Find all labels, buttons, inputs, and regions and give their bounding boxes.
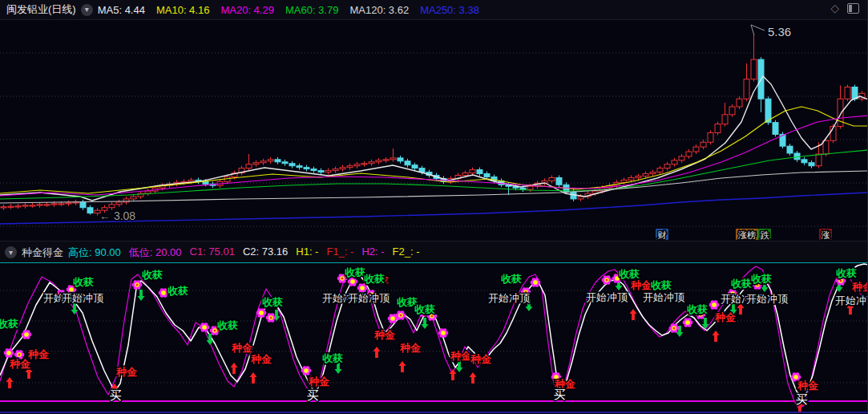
svg-text:开始冲顶: 开始冲顶	[835, 294, 868, 306]
ma-item-ma20: MA20: 4.29	[220, 4, 274, 16]
flower-icon	[683, 318, 693, 327]
svg-text:开始冲顶: 开始冲顶	[348, 292, 390, 304]
indicator-chart[interactable]: 种金种金种金种金种金种金种金种金种金种金种金种金种金种金种金种金收获收获收获收获…	[0, 263, 868, 414]
svg-text:财: 财	[658, 230, 667, 240]
stock-app-window: { "header": { "title": "闽发铝业(日线)", "drop…	[0, 0, 868, 414]
param-c1: C1: 75.01	[190, 246, 235, 260]
svg-text:开始冲顶: 开始冲顶	[62, 292, 104, 304]
param-低位: 低位: 20.00	[129, 246, 182, 260]
svg-text:跌: 跌	[761, 230, 770, 240]
buy-arrow-icon	[450, 369, 457, 380]
indicator-header: ▾ 种金得金 高位: 90.00低位: 20.00C1: 75.01C2: 73…	[0, 241, 867, 263]
chevron-down-icon[interactable]: ▾	[81, 4, 93, 16]
svg-text:种金: 种金	[27, 348, 50, 360]
flower-icon	[669, 323, 680, 333]
svg-text:种金: 种金	[630, 279, 652, 291]
svg-text:收获: 收获	[414, 303, 435, 315]
svg-text:种金: 种金	[373, 329, 396, 341]
ma-line-ma5	[0, 76, 868, 201]
svg-text:种金: 种金	[115, 366, 138, 378]
svg-text:收获: 收获	[73, 276, 94, 288]
indicator-chevron-icon[interactable]: ▾	[5, 246, 17, 258]
header-bar: 闽发铝业(日线) ▾ MA5: 4.44MA10: 4.16MA20: 4.29…	[0, 0, 867, 20]
svg-text:种金: 种金	[797, 380, 819, 392]
param-f1_: F1_: -	[326, 246, 353, 260]
svg-text:种金: 种金	[399, 342, 422, 354]
buy-arrow-icon	[713, 331, 720, 342]
sell-arrow-icon	[456, 361, 463, 372]
svg-text:收获: 收获	[217, 319, 238, 331]
main-price-chart[interactable]: 5.36← 3.08财涨榜跌涨	[0, 19, 868, 241]
svg-text:收获: 收获	[364, 273, 385, 285]
svg-text:种金: 种金	[250, 353, 273, 365]
header-icons: ◇	[830, 2, 859, 14]
svg-text:5.36: 5.36	[768, 25, 791, 39]
buy-arrow-icon	[250, 372, 257, 384]
svg-text:买: 买	[554, 388, 566, 401]
stock-title[interactable]: 闽发铝业(日线)	[6, 2, 76, 17]
flower-icon	[709, 300, 720, 310]
buy-arrow-icon	[399, 361, 406, 372]
candles-layer	[1, 35, 865, 216]
param-f2_: F2_: -	[393, 246, 420, 260]
svg-text:种金: 种金	[231, 342, 253, 354]
ma-item-ma10: MA10: 4.16	[156, 4, 210, 16]
svg-text:收获: 收获	[619, 268, 640, 280]
svg-text:开始冲顶: 开始冲顶	[586, 291, 628, 303]
badges-layer: 财涨榜跌涨	[656, 229, 832, 240]
svg-text:收获: 收获	[731, 278, 752, 290]
ma-legend: MA5: 4.44MA10: 4.16MA20: 4.29MA60: 3.79M…	[98, 4, 479, 16]
svg-text:涨榜: 涨榜	[738, 230, 756, 240]
ma-item-ma250: MA250: 3.38	[420, 4, 479, 16]
ma-item-ma120: MA120: 3.62	[349, 4, 409, 16]
svg-text:涨: 涨	[822, 230, 830, 240]
svg-text:收获: 收获	[168, 285, 188, 297]
ma-line-ma20	[0, 116, 868, 196]
flower-icon	[301, 366, 312, 375]
ma-item-ma5: MA5: 4.44	[98, 4, 145, 16]
svg-text:种金: 种金	[851, 281, 868, 293]
svg-text:← 3.08: ← 3.08	[99, 209, 135, 222]
svg-text:收获: 收获	[651, 279, 672, 291]
svg-text:收获: 收获	[687, 303, 708, 315]
flower-icon	[266, 313, 277, 323]
ma-line-ma10	[0, 107, 868, 193]
diamond-icon[interactable]: ◇	[830, 2, 839, 14]
ma-line-ma60	[0, 150, 868, 199]
svg-text:收获: 收获	[501, 273, 522, 285]
svg-text:收获: 收获	[836, 267, 857, 279]
layout-panel-icon[interactable]	[847, 3, 859, 14]
flower-icon	[22, 330, 32, 339]
svg-text:买: 买	[796, 392, 808, 406]
svg-text:收获: 收获	[142, 269, 163, 281]
buy-arrow-icon	[231, 363, 238, 374]
svg-text:种金: 种金	[308, 375, 330, 388]
svg-text:种金: 种金	[470, 353, 492, 365]
param-c2: C2: 73.16	[243, 246, 288, 260]
param-h1: H1: -	[296, 246, 318, 260]
svg-text:种金: 种金	[450, 350, 472, 362]
flower-icon	[602, 275, 612, 285]
window-bottom-edge	[0, 412, 867, 413]
param-h2: H2: -	[361, 246, 384, 260]
svg-text:收获: 收获	[322, 352, 343, 364]
flower-icon	[200, 323, 210, 332]
indicator-params: 高位: 90.00低位: 20.00C1: 75.01C2: 73.16H1: …	[68, 246, 420, 260]
ma-item-ma60: MA60: 3.79	[285, 4, 339, 16]
sell-arrow-icon	[335, 363, 342, 374]
param-高位: 高位: 90.00	[68, 246, 121, 260]
svg-text:买: 买	[307, 388, 319, 402]
svg-text:开始冲顶: 开始冲顶	[643, 291, 685, 303]
grid-layer	[0, 53, 868, 226]
svg-text:收获: 收获	[345, 266, 365, 278]
svg-text:收获: 收获	[0, 318, 18, 330]
buy-arrow-icon	[470, 372, 477, 384]
svg-text:收获: 收获	[262, 296, 283, 308]
indicator-title[interactable]: 种金得金	[22, 246, 63, 260]
annotations-layer: 5.36← 3.08	[99, 25, 791, 222]
ma-lines-layer	[0, 76, 868, 224]
buy-arrow-icon	[737, 303, 745, 315]
svg-text:开始冲顶: 开始冲顶	[746, 293, 789, 305]
buy-arrow-icon	[373, 347, 381, 358]
svg-text:买: 买	[110, 388, 122, 402]
